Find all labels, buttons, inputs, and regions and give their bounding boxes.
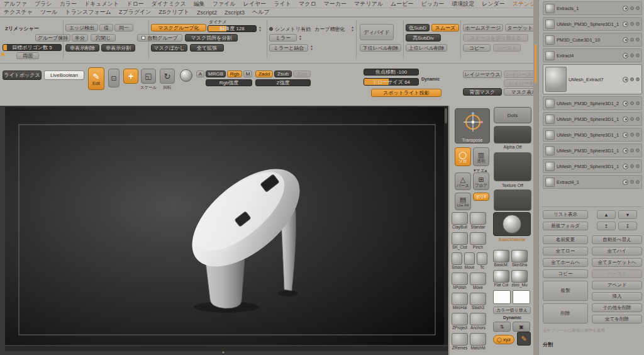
- ghost-icon-button[interactable]: ▣: [513, 322, 530, 332]
- stepper-icon[interactable]: ▲▼: [298, 34, 303, 41]
- stepper-icon[interactable]: ▲▼: [350, 25, 355, 32]
- append-button[interactable]: アペンド: [592, 281, 642, 290]
- both-sides-button[interactable]: 両面: [16, 52, 39, 59]
- line-fill-button[interactable]: ▤ Line Fill: [455, 193, 471, 210]
- eye-icon[interactable]: [623, 132, 628, 138]
- divide-button[interactable]: ディバイド: [360, 24, 394, 40]
- draw-size-slider[interactable]: ドローサイズ 64: [364, 78, 419, 86]
- solo-button[interactable]: ◯ ソロ: [455, 147, 471, 166]
- new-folder-button[interactable]: 新規フォルダ: [543, 222, 588, 230]
- zadd-button[interactable]: Zadd: [255, 70, 273, 77]
- menu-item[interactable]: ムービー: [387, 0, 417, 8]
- delete-all-button[interactable]: 全てを削除: [592, 315, 642, 324]
- slider-nub-icon[interactable]: [1, 53, 4, 56]
- menu-item[interactable]: ドロー: [123, 0, 147, 8]
- double-button[interactable]: 倍: [99, 24, 113, 31]
- swap-icon-button[interactable]: ⇅: [493, 322, 511, 332]
- sphere-icon[interactable]: [180, 69, 192, 82]
- edge-detect-button[interactable]: エッジ検出: [65, 24, 98, 31]
- menu-item[interactable]: ファイル: [209, 0, 240, 8]
- dot-button[interactable]: [636, 6, 640, 10]
- close-holes-button[interactable]: 穴閉じ: [91, 34, 116, 42]
- eye-icon[interactable]: [623, 101, 628, 106]
- mrgb-button[interactable]: MRGB: [206, 70, 226, 77]
- dot-button[interactable]: [630, 38, 634, 42]
- subtool-copy-button[interactable]: コピー: [543, 269, 588, 278]
- menu-item[interactable]: ツール: [36, 8, 61, 16]
- brush-cell[interactable]: Standar: [470, 212, 486, 230]
- eye-icon[interactable]: [623, 179, 628, 185]
- dot-button[interactable]: [630, 149, 634, 152]
- subtool-row[interactable]: UMesh_PM3D_Sphere3D1_2: [543, 96, 642, 110]
- move-down-button[interactable]: ▼: [618, 210, 637, 219]
- backface-mask-button[interactable]: 背面マスク: [463, 88, 502, 96]
- dot-button[interactable]: [636, 117, 640, 121]
- curve-refine-toggle[interactable]: カーブ精密化: [314, 25, 345, 33]
- spotlight-projection-button[interactable]: スポットライト投影: [371, 89, 441, 97]
- dot-button[interactable]: [636, 164, 640, 168]
- scale-button[interactable]: ◱: [141, 69, 156, 84]
- symmetry-toggle[interactable]: シンメトリ有効: [269, 25, 311, 33]
- dot-button[interactable]: [636, 180, 640, 184]
- floor-button[interactable]: ⊞ フロア: [473, 172, 489, 190]
- subtool-paste-button[interactable]: ペースト: [592, 269, 642, 278]
- duplicate-button[interactable]: 複製: [543, 281, 588, 301]
- edit-button[interactable]: ✎ Edit: [88, 67, 104, 90]
- menu-item[interactable]: カラー: [55, 0, 80, 8]
- brush-cell[interactable]: Slash3: [470, 293, 486, 311]
- mask-blur-button[interactable]: マスクぼかし: [151, 44, 187, 52]
- subtool-row[interactable]: UMesh_PM3D_Sphere3D1_1: [543, 159, 642, 173]
- menu-item[interactable]: ピッカー: [418, 0, 448, 8]
- dot-button[interactable]: [636, 54, 640, 57]
- brush-cell[interactable]: Tc: [477, 252, 487, 271]
- dot-button[interactable]: [630, 117, 634, 121]
- move-up-button[interactable]: ▲: [597, 210, 616, 219]
- low-subd-button[interactable]: 低SubD: [406, 24, 430, 31]
- delete-hidden-button[interactable]: 非表示削除: [65, 44, 99, 52]
- color-swatch-primary[interactable]: [493, 290, 511, 304]
- mirror-button[interactable]: ミラー: [269, 34, 297, 42]
- menu-item[interactable]: トランスフォーム: [61, 8, 114, 16]
- alpha-selector[interactable]: [494, 126, 531, 144]
- menu-item[interactable]: ブラシ: [31, 0, 56, 8]
- menu-item[interactable]: ヘルプ: [248, 8, 274, 16]
- brush-cell[interactable]: ZRemes: [452, 333, 468, 351]
- split-masked-button[interactable]: マスク箇所を分割: [185, 34, 238, 42]
- viewport-canvas[interactable]: [5, 107, 448, 345]
- mask-group-button[interactable]: マスクグループ化: [151, 24, 206, 31]
- rotate-button[interactable]: ↻: [160, 69, 175, 84]
- stepper-icon[interactable]: ▲▼: [258, 25, 262, 32]
- material-cell[interactable]: SkinSha: [511, 250, 528, 268]
- dot-button[interactable]: [636, 101, 640, 105]
- rgb-intensity-slider[interactable]: Rgb強度: [206, 79, 252, 86]
- scrollbar-thumb[interactable]: [445, 108, 447, 123]
- brush-cell[interactable]: Move: [470, 273, 486, 291]
- high-subdiv-button[interactable]: 高SubDiv: [406, 34, 441, 42]
- folder-up-button[interactable]: ↥: [597, 222, 616, 230]
- lazy-mouse-button[interactable]: レイジーマウス: [463, 70, 502, 78]
- material-selector[interactable]: [493, 212, 531, 236]
- paste-button[interactable]: ペースト: [493, 44, 521, 52]
- subtool-row[interactable]: Extract4: [543, 48, 642, 62]
- dot-button[interactable]: [636, 133, 640, 137]
- copy-button[interactable]: コピー: [463, 44, 491, 52]
- all-target-button[interactable]: 全てターゲットへ: [592, 258, 642, 267]
- brush-cell[interactable]: SK_Clot: [452, 232, 468, 251]
- transpose-button[interactable]: Transpose: [455, 108, 490, 144]
- switch-color-button[interactable]: カラー切り替え: [493, 307, 531, 314]
- canvas-scrollbar-vertical[interactable]: [444, 107, 448, 345]
- eye-icon[interactable]: [623, 6, 628, 11]
- group-keep-button[interactable]: グループ保持: [35, 34, 70, 42]
- lightbox-button[interactable]: ライトボックス: [3, 70, 42, 80]
- m-button[interactable]: M: [243, 70, 252, 77]
- subtool-row[interactable]: UMesh_PM3D_Sphere3D1_1: [543, 144, 642, 157]
- smooth-button[interactable]: スムーズ: [431, 24, 459, 31]
- dot-button[interactable]: [630, 180, 634, 184]
- brush-cell[interactable]: Pinch: [470, 232, 486, 251]
- all-home-button[interactable]: 全てホームへ: [543, 258, 588, 267]
- target-polycount-slider[interactable]: 目標ポリゴン数 5: [3, 44, 62, 51]
- subtool-row[interactable]: UMesh_PM3D_Sphere3D1_1: [543, 112, 642, 126]
- dot-button[interactable]: [630, 101, 634, 105]
- dot-button[interactable]: [636, 22, 640, 26]
- menu-item[interactable]: マーカー: [320, 0, 350, 8]
